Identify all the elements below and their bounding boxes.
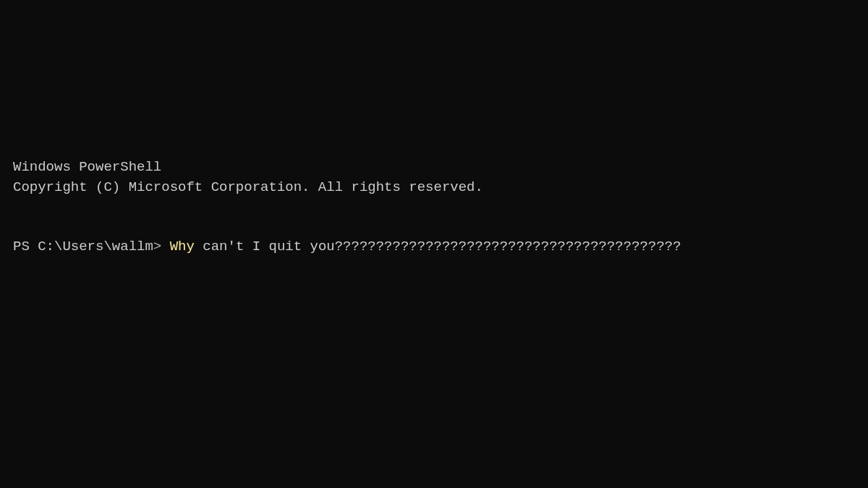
blank-line xyxy=(13,197,868,218)
blank-line xyxy=(13,218,868,238)
prompt-line[interactable]: PS C:\Users\wallm> Why can't I quit you?… xyxy=(13,237,868,257)
command-rest: can't I quit you????????????????????????… xyxy=(195,239,681,254)
command-first-word: Why xyxy=(170,239,195,254)
prompt-caret: > xyxy=(153,239,170,254)
terminal-window[interactable]: Windows PowerShell Copyright (C) Microso… xyxy=(0,0,868,257)
powershell-title: Windows PowerShell xyxy=(13,158,868,178)
powershell-copyright: Copyright (C) Microsoft Corporation. All… xyxy=(13,178,868,198)
prompt-path: PS C:\Users\wallm xyxy=(13,239,153,254)
